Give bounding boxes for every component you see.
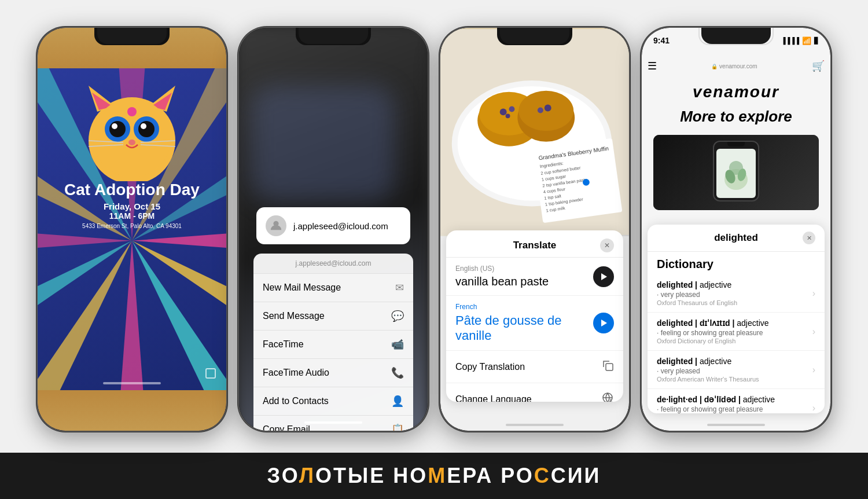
translate-source-section: English (US) vanilla bean paste bbox=[446, 258, 623, 296]
svg-point-23 bbox=[141, 123, 146, 129]
email-card: j.appleseed@icloud.com bbox=[256, 207, 410, 244]
source-text: vanilla bean paste bbox=[455, 275, 549, 288]
dictionary-panel: delighted ✕ Dictionary delighted | adjec… bbox=[648, 225, 825, 413]
message-icon: 💬 bbox=[391, 310, 404, 322]
copy-translation-icon bbox=[601, 359, 614, 375]
status-time: 9:41 bbox=[653, 36, 670, 45]
play-source-button[interactable] bbox=[593, 266, 614, 287]
email-avatar bbox=[266, 215, 286, 236]
menu-item-new-mail[interactable]: New Mail Message ✉ bbox=[253, 274, 413, 302]
event-title: Cat Adoption Day bbox=[56, 181, 208, 199]
phone-1: Cat Adoption Day Friday, Oct 15 11AM - 6… bbox=[36, 27, 227, 432]
menu-item-label-facetime-audio: FaceTime Audio bbox=[263, 368, 329, 378]
event-address: 5433 Emerson St, Palo Alto, CA 94301 bbox=[82, 223, 182, 229]
event-date: Friday, Oct 15 bbox=[104, 201, 160, 211]
phone-3: Grandma's Blueberry Muffin Ingredients: … bbox=[439, 27, 630, 432]
dict-word: delighted bbox=[714, 232, 758, 244]
dict-section-title: Dictionary bbox=[648, 252, 825, 274]
contacts-icon: 👤 bbox=[391, 395, 404, 408]
wifi-icon: 📶 bbox=[802, 36, 811, 45]
target-text: Pâte de gousse de vanille bbox=[455, 313, 593, 343]
menu-item-add-contacts[interactable]: Add to Contacts 👤 bbox=[253, 387, 413, 416]
dict-header: delighted ✕ bbox=[648, 225, 825, 252]
svg-point-53 bbox=[583, 179, 590, 186]
chevron-right-icon-1: › bbox=[812, 288, 815, 299]
product-image bbox=[653, 135, 819, 210]
svg-point-21 bbox=[138, 121, 155, 137]
svg-point-40 bbox=[506, 113, 510, 118]
menu-item-label-copy-email: Copy Email bbox=[263, 424, 310, 431]
explore-title: More to explore bbox=[642, 108, 830, 126]
svg-text:A: A bbox=[609, 398, 612, 402]
change-language-icon: A bbox=[601, 391, 614, 402]
menu-item-label-new-mail: New Mail Message bbox=[263, 282, 341, 293]
menu-item-facetime-audio[interactable]: FaceTime Audio 📞 bbox=[253, 359, 413, 387]
status-bar: 9:41 ▐▐▐▐ 📶 ▊ bbox=[642, 36, 830, 45]
context-menu: j.appleseed@icloud.com New Mail Message … bbox=[253, 254, 413, 431]
signal-icon: ▐▐▐▐ bbox=[781, 37, 799, 44]
mail-icon: ✉ bbox=[395, 281, 404, 294]
play-target-button[interactable] bbox=[593, 313, 614, 333]
menu-item-send-message[interactable]: Send Message 💬 bbox=[253, 302, 413, 331]
change-language-button[interactable]: Change Language A bbox=[446, 383, 623, 402]
svg-point-41 bbox=[538, 108, 543, 113]
target-language: French bbox=[455, 303, 593, 311]
menu-icon[interactable]: ☰ bbox=[648, 60, 657, 72]
facetime-icon: 📹 bbox=[391, 338, 404, 351]
menu-item-label-facetime: FaceTime bbox=[263, 339, 304, 350]
translate-header: Translate ✕ bbox=[446, 230, 623, 258]
footer: ЗОЛОТЫЕ НОМЕРА РОССИИ bbox=[0, 453, 868, 499]
svg-point-22 bbox=[112, 123, 117, 129]
svg-point-29 bbox=[127, 107, 137, 116]
svg-point-39 bbox=[509, 107, 515, 112]
translate-target-section: French Pâte de gousse de vanille bbox=[446, 296, 623, 351]
translate-close-button[interactable]: ✕ bbox=[600, 239, 614, 252]
browser-bar: ☰ 🔒 venamour.com 🛒 bbox=[642, 60, 830, 72]
menu-item-label-send: Send Message bbox=[263, 311, 325, 321]
translate-panel: Translate ✕ English (US) vanilla bean pa… bbox=[446, 230, 623, 402]
context-header: j.appleseed@icloud.com bbox=[253, 254, 413, 274]
chevron-right-icon-3: › bbox=[812, 365, 815, 375]
phone-2: j.appleseed@icloud.com j.appleseed@iclou… bbox=[238, 27, 429, 432]
svg-marker-54 bbox=[601, 273, 607, 280]
email-display: j.appleseed@icloud.com bbox=[293, 221, 388, 231]
svg-point-20 bbox=[109, 121, 126, 137]
phone-4: 9:41 ▐▐▐▐ 📶 ▊ ☰ 🔒 venamour.com bbox=[641, 27, 832, 432]
footer-text: ЗОЛОТЫЕ НОМЕРА РОССИИ bbox=[267, 464, 601, 488]
svg-point-24 bbox=[128, 140, 135, 145]
menu-item-facetime[interactable]: FaceTime 📹 bbox=[253, 331, 413, 359]
dict-entry-1[interactable]: delighted | adjective · very pleased Oxf… bbox=[648, 274, 825, 313]
copy-translation-button[interactable]: Copy Translation bbox=[446, 351, 623, 383]
browser-domain: venamour.com bbox=[719, 63, 757, 69]
phone-icon: 📞 bbox=[391, 366, 404, 379]
dict-entry-4[interactable]: de·light·ed | dəˈlīdəd | adjective · fee… bbox=[648, 389, 825, 413]
event-time: 11AM - 6PM bbox=[109, 211, 155, 221]
battery-icon: ▊ bbox=[814, 37, 819, 45]
change-language-label: Change Language bbox=[455, 394, 532, 402]
cart-icon[interactable]: 🛒 bbox=[812, 60, 825, 72]
svg-point-42 bbox=[545, 105, 551, 112]
svg-point-38 bbox=[500, 108, 507, 115]
lock-icon: 🔒 bbox=[711, 64, 718, 69]
dict-close-button[interactable]: ✕ bbox=[803, 232, 815, 244]
translate-title: Translate bbox=[469, 240, 600, 251]
copy-translation-label: Copy Translation bbox=[455, 362, 525, 372]
chevron-right-icon-4: › bbox=[812, 403, 815, 413]
phones-container: Cat Adoption Day Friday, Oct 15 11AM - 6… bbox=[0, 0, 868, 453]
source-language: English (US) bbox=[455, 265, 549, 273]
brand-name: venamour bbox=[642, 83, 830, 101]
dict-entry-3[interactable]: delighted | adjective · very pleased Oxf… bbox=[648, 351, 825, 389]
svg-marker-55 bbox=[601, 320, 607, 326]
svg-rect-56 bbox=[606, 364, 613, 370]
chevron-right-icon-2: › bbox=[812, 326, 815, 337]
menu-item-label-add-contacts: Add to Contacts bbox=[263, 396, 329, 406]
copy-icon: 📋 bbox=[391, 423, 404, 431]
dict-entry-2[interactable]: delighted | dɪˈlʌɪtɪd | adjective · feel… bbox=[648, 313, 825, 351]
browser-lock-domain: 🔒 venamour.com bbox=[657, 63, 812, 69]
